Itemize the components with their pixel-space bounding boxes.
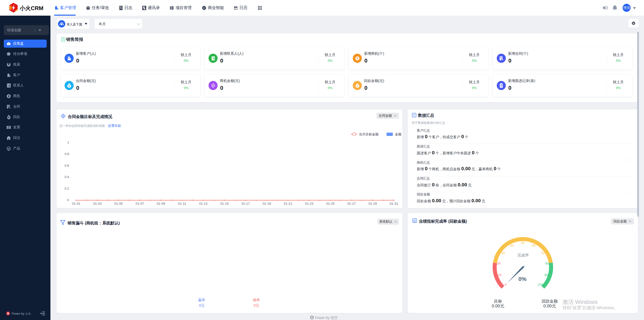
- svg-text:0: 0: [505, 283, 506, 286]
- svg-text:0.2: 0.2: [65, 187, 69, 190]
- svg-text:01-01: 01-01: [72, 202, 80, 206]
- svg-text:01-21: 01-21: [284, 202, 292, 206]
- svg-text:10: 10: [498, 273, 501, 277]
- svg-text:90: 90: [544, 273, 548, 277]
- svg-text:30: 30: [501, 251, 505, 255]
- svg-text:60: 60: [532, 244, 536, 247]
- svg-text:当月目标金额: 当月目标金额: [359, 132, 378, 136]
- svg-text:01-13: 01-13: [199, 202, 207, 206]
- svg-text:100: 100: [537, 283, 543, 286]
- svg-text:20: 20: [497, 261, 501, 265]
- svg-text:0: 0: [67, 198, 69, 202]
- svg-text:40: 40: [510, 244, 513, 247]
- svg-text:01-31: 01-31: [390, 202, 398, 206]
- svg-text:0.6: 0.6: [65, 164, 69, 167]
- svg-text:0.4: 0.4: [65, 175, 69, 179]
- svg-text:01-25: 01-25: [326, 202, 334, 206]
- svg-text:$: $: [357, 57, 358, 60]
- svg-text:80: 80: [545, 261, 549, 265]
- svg-text:01-17: 01-17: [241, 202, 250, 206]
- svg-text:01-15: 01-15: [220, 202, 228, 206]
- svg-text:01-19: 01-19: [262, 202, 271, 206]
- svg-text:01-11: 01-11: [178, 202, 186, 206]
- svg-text:01-23: 01-23: [305, 202, 313, 206]
- svg-text:01-27: 01-27: [347, 202, 356, 206]
- svg-text:01-03: 01-03: [93, 202, 101, 206]
- svg-text:1: 1: [67, 140, 69, 144]
- svg-text:0.8: 0.8: [65, 152, 69, 156]
- svg-text:完成率: 完成率: [517, 253, 529, 257]
- svg-text:01-09: 01-09: [157, 202, 165, 206]
- svg-text:金额: 金额: [395, 132, 401, 136]
- svg-text:01-29: 01-29: [368, 202, 377, 206]
- svg-text:70: 70: [541, 251, 544, 255]
- svg-text:01-05: 01-05: [114, 202, 123, 206]
- svg-text:01-07: 01-07: [135, 202, 144, 206]
- svg-text:0%: 0%: [518, 276, 526, 282]
- svg-text:50: 50: [521, 241, 524, 245]
